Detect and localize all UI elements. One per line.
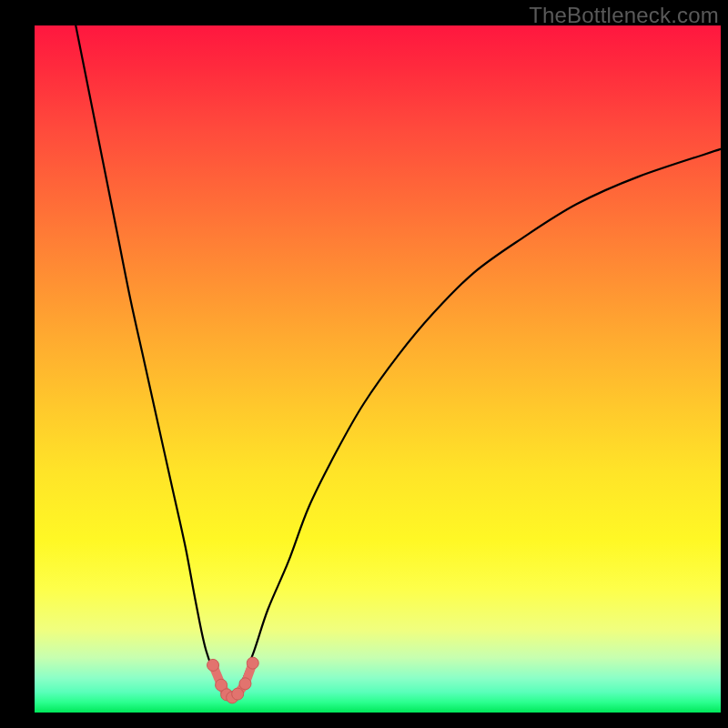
trough-point [247,657,258,669]
trough-markers [35,25,721,713]
chart-frame: TheBottleneck.com [0,0,728,728]
trough-point [239,678,251,690]
watermark-text: TheBottleneck.com [529,3,719,28]
trough-point [207,659,219,671]
plot-area [35,25,721,713]
trough-point [232,688,244,700]
